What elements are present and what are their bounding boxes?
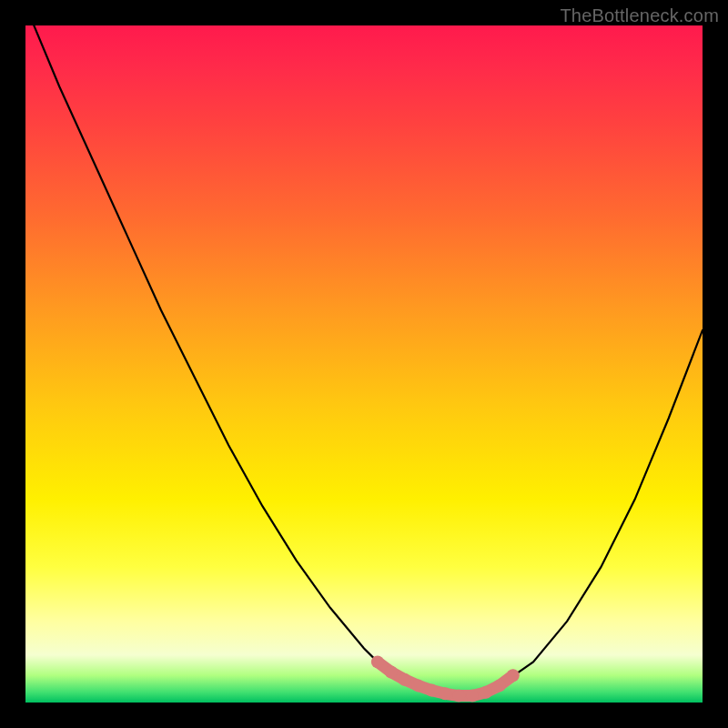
gradient-plot-area [25, 25, 703, 703]
watermark-text: TheBottleneck.com [560, 5, 719, 26]
